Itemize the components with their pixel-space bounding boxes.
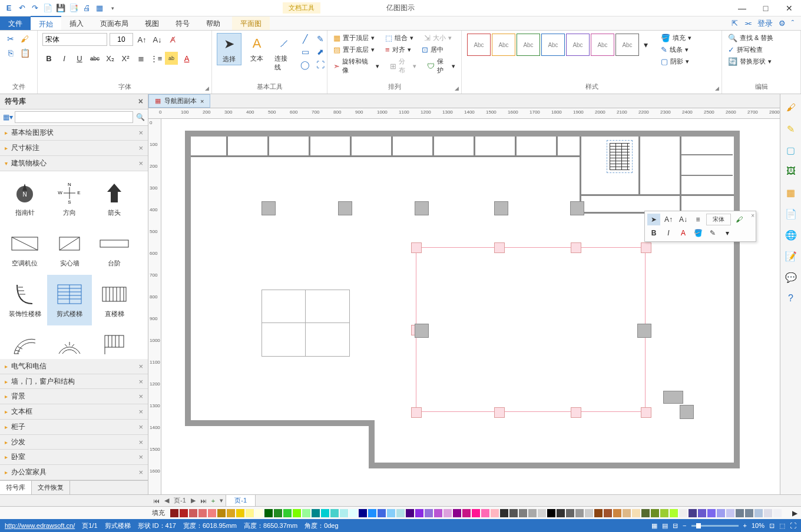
highlight-icon[interactable]: ✎ — [785, 122, 797, 135]
tab-floorplan[interactable]: 平面图 — [232, 16, 270, 30]
wall[interactable] — [369, 420, 375, 467]
color-swatch[interactable] — [349, 509, 358, 517]
color-swatch[interactable] — [198, 509, 207, 517]
highlight-button[interactable]: ab — [165, 52, 178, 65]
zoom-level[interactable]: 10% — [752, 522, 764, 529]
color-swatch[interactable] — [462, 509, 471, 517]
page-next-icon[interactable]: ▶ — [188, 497, 198, 504]
library-picker-icon[interactable]: ▦▾ — [2, 111, 14, 123]
qat-dropdown-icon[interactable]: ▾ — [107, 3, 118, 14]
page-last-icon[interactable]: ⏭ — [198, 497, 209, 504]
wall[interactable] — [226, 137, 228, 157]
color-swatch[interactable] — [378, 509, 386, 517]
font-size-select[interactable] — [110, 33, 133, 46]
wall[interactable] — [185, 131, 739, 137]
tab-page-layout[interactable]: 页面布局 — [92, 16, 137, 30]
selection-handle[interactable] — [411, 407, 422, 418]
selection-handle[interactable] — [494, 407, 505, 418]
color-swatch[interactable] — [519, 509, 527, 517]
format-painter-icon[interactable]: 🖌 — [785, 101, 797, 114]
color-swatch[interactable] — [396, 509, 405, 517]
center-button[interactable]: ⊡居中 — [421, 45, 445, 55]
shape-step[interactable]: 台阶 — [92, 224, 137, 275]
mini-shrink-font-icon[interactable]: A↓ — [677, 214, 690, 225]
color-swatch[interactable] — [368, 509, 376, 517]
bold-button[interactable]: B — [42, 52, 55, 65]
color-swatch[interactable] — [754, 509, 763, 517]
search-icon[interactable]: 🔍 — [134, 111, 146, 123]
wall[interactable] — [191, 155, 580, 157]
numbering-button[interactable]: ⋮≡ — [150, 52, 163, 65]
grow-font-icon[interactable]: A↑ — [135, 33, 148, 46]
line-button[interactable]: ✎线条 ▾ — [660, 45, 693, 55]
color-swatch[interactable] — [453, 509, 461, 517]
document-tab[interactable]: ▦导航图副本× — [148, 94, 210, 108]
copy-icon[interactable]: ⎘ — [5, 47, 16, 59]
color-swatch[interactable] — [594, 509, 603, 517]
color-swatch[interactable] — [717, 509, 725, 517]
color-swatch[interactable] — [264, 509, 273, 517]
column[interactable] — [494, 201, 508, 215]
bring-front-button[interactable]: ▦置于顶层 ▾ — [332, 33, 376, 43]
align-button[interactable]: ≡对齐 ▾ — [384, 45, 412, 55]
color-swatch[interactable] — [726, 509, 734, 517]
page-icon[interactable]: 📄 — [785, 207, 797, 220]
color-swatch[interactable] — [283, 509, 292, 517]
category-electrical[interactable]: ▸电气和电信× — [0, 359, 148, 374]
mini-pointer-icon[interactable]: ➤ — [647, 214, 660, 225]
category-bedroom[interactable]: ▸卧室× — [0, 450, 148, 465]
shape-ac-unit[interactable]: 空调机位 — [2, 224, 47, 275]
arrange-dialog-launcher-icon[interactable]: ◢ — [455, 85, 459, 91]
color-swatch[interactable] — [443, 509, 452, 517]
column[interactable] — [415, 324, 429, 338]
comment-icon[interactable]: 💬 — [785, 271, 797, 284]
color-swatch[interactable] — [651, 509, 659, 517]
color-swatch[interactable] — [528, 509, 537, 517]
bullets-button[interactable]: ≣ — [134, 52, 147, 65]
color-swatch[interactable] — [538, 509, 546, 517]
color-swatch[interactable] — [736, 509, 744, 517]
color-swatch[interactable] — [547, 509, 555, 517]
view-read-icon[interactable]: ⊟ — [673, 522, 678, 530]
superscript-button[interactable]: X² — [119, 52, 132, 65]
app-logo-icon[interactable]: E — [4, 3, 14, 14]
crop-icon[interactable]: ⛶ — [315, 59, 326, 71]
color-swatch[interactable] — [415, 509, 423, 517]
strike-button[interactable]: abc — [88, 52, 101, 65]
share2-icon[interactable]: ⫘ — [744, 19, 752, 28]
wall[interactable] — [734, 131, 740, 468]
column[interactable] — [637, 324, 651, 338]
mini-brush-icon[interactable]: 🖌 — [733, 214, 746, 225]
color-swatch[interactable] — [632, 509, 640, 517]
shape-curved-stair[interactable]: 弯曲楼梯 — [2, 325, 47, 359]
shrink-font-icon[interactable]: A↓ — [151, 33, 164, 46]
cut-icon[interactable]: ✂ — [5, 33, 16, 45]
font-family-select[interactable] — [42, 33, 107, 46]
shape-direction[interactable]: NEWS方向 — [47, 174, 92, 224]
color-swatch[interactable] — [274, 509, 282, 517]
color-swatch[interactable] — [255, 509, 263, 517]
column[interactable] — [262, 201, 276, 215]
notes-icon[interactable]: 📝 — [785, 250, 797, 262]
clear-format-icon[interactable]: A̸ — [166, 33, 179, 46]
wall[interactable] — [267, 137, 269, 157]
page-add-icon[interactable]: + — [209, 497, 217, 504]
underline-button[interactable]: U — [73, 52, 86, 65]
category-background[interactable]: ▸背景× — [0, 389, 148, 404]
color-swatch[interactable] — [670, 509, 678, 517]
subscript-button[interactable]: X₂ — [104, 52, 117, 65]
layers-icon[interactable]: ▦ — [785, 186, 797, 199]
color-swatch[interactable] — [689, 509, 697, 517]
room[interactable] — [262, 290, 350, 357]
panel-close-icon[interactable]: × — [138, 97, 143, 106]
ellipse-icon[interactable]: ◯ — [299, 59, 311, 71]
style-preset[interactable]: Abc — [615, 34, 639, 56]
color-swatch[interactable] — [227, 509, 235, 517]
color-swatch[interactable] — [472, 509, 480, 517]
style-preset[interactable]: Abc — [492, 34, 515, 56]
selection-handle[interactable] — [571, 407, 581, 418]
column[interactable] — [663, 391, 683, 404]
color-swatch[interactable] — [340, 509, 348, 517]
redo-icon[interactable]: ↷ — [29, 3, 40, 14]
drawing-canvas[interactable]: × ➤ A↑ A↓ ≡ 宋体 🖌 B I A 🪣 ✎ ▾ — [161, 119, 780, 494]
